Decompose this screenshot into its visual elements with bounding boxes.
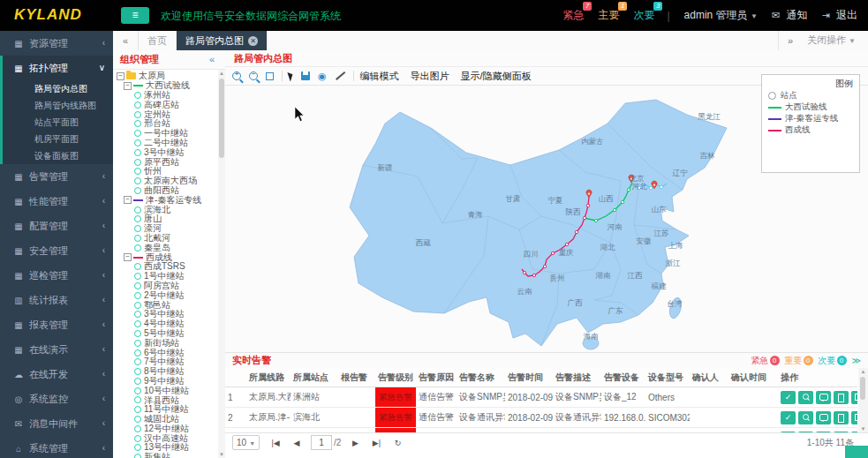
column-header-所属线路[interactable]: 所属线路	[246, 368, 291, 387]
sidebar-item-统计报表[interactable]: ▥统计报表‹	[0, 288, 113, 312]
column-header-告警时间[interactable]: 告警时间	[505, 368, 553, 387]
column-header-根告警[interactable]: 根告警	[338, 368, 375, 387]
pointer-tool-icon[interactable]	[287, 71, 294, 81]
copy-action-button[interactable]	[851, 391, 857, 404]
collapse-node-icon[interactable]: −	[117, 72, 125, 80]
table-row[interactable]: 1太原局.大西涿洲站紧急告警通信告警设备SNMP异2018-02-09 1设备S…	[225, 387, 857, 408]
column-header-index[interactable]	[225, 368, 246, 387]
tab-路局管内总图[interactable]: 路局管内总图✕	[177, 31, 268, 50]
column-header-告警级别[interactable]: 告警级别	[375, 368, 416, 387]
toolbar-button-导出图片[interactable]: 导出图片	[411, 70, 449, 83]
sidebar-item-拓扑管理[interactable]: ▦拓扑管理∨	[3, 56, 113, 80]
sidebar-item-label: 安全管理	[29, 245, 68, 256]
add-node-icon[interactable]: ◉	[318, 71, 327, 81]
tree-node-station-原平西站[interactable]: 原平西站	[115, 157, 217, 167]
column-header-确认时间[interactable]: 确认时间	[728, 368, 778, 387]
collapse-node-icon[interactable]: −	[124, 196, 132, 204]
sidebar-item-消息中间件[interactable]: ✉消息中间件‹	[0, 411, 113, 436]
bubble-action-button[interactable]	[816, 391, 831, 404]
alarm-badge-count: 3	[653, 2, 662, 11]
expand-panel-icon[interactable]: ≫	[852, 356, 861, 365]
mag2-action-button[interactable]	[798, 391, 813, 404]
sidebar-subitem-机房平面图[interactable]: 机房平面图	[3, 131, 113, 147]
province-label-湖南: 湖南	[595, 271, 612, 280]
tree-node-station-唐山[interactable]: 唐山	[115, 214, 217, 224]
scroll-up-icon[interactable]: ▲	[218, 70, 225, 77]
collapse-node-icon[interactable]: −	[124, 82, 132, 90]
toolbar-button-编辑模式[interactable]: 编辑模式	[360, 70, 399, 83]
sidebar-item-资源管理[interactable]: ▦资源管理‹	[0, 31, 113, 56]
copy-action-button[interactable]	[851, 411, 857, 424]
column-header-操作[interactable]: 操作	[778, 368, 857, 387]
fit-view-icon[interactable]	[266, 72, 274, 80]
column-header-所属站点[interactable]: 所属站点	[291, 368, 338, 387]
tab-首页[interactable]: 首页	[139, 31, 177, 50]
doc-action-button[interactable]	[834, 411, 849, 424]
sidebar-item-系统监控[interactable]: ◎系统监控‹	[0, 387, 113, 411]
sidebar-item-配置管理[interactable]: ▦配置管理‹	[0, 214, 113, 238]
alarm-badge-主要[interactable]: 主要1	[598, 8, 619, 23]
check-action-button[interactable]: ✓	[781, 391, 796, 404]
sidebar-item-系统管理[interactable]: ⌂系统管理‹	[0, 436, 113, 458]
sidebar-item-性能管理[interactable]: ▦性能管理‹	[0, 189, 113, 214]
sidebar-subitem-设备面板图[interactable]: 设备面板图	[3, 147, 113, 164]
close-operations-dropdown[interactable]: 关闭操作 ▼	[802, 30, 868, 51]
next-page-button[interactable]: ▶	[348, 439, 362, 447]
tabs-scroll-left-button[interactable]: «	[113, 31, 139, 50]
sidebar-subitem-路局管内线路图[interactable]: 路局管内线路图	[3, 97, 113, 114]
check-action-button[interactable]: ✓	[781, 411, 796, 424]
alarm-badge-次要[interactable]: 次要3	[633, 8, 654, 23]
first-page-button[interactable]: |◀	[268, 439, 283, 447]
user-menu[interactable]: admin 管理员 ▼	[684, 8, 758, 23]
scroll-down-icon[interactable]: ▼	[858, 425, 868, 432]
tree-scrollbar[interactable]: ▲ ▼	[218, 70, 225, 458]
scrollbar-thumb[interactable]	[219, 79, 224, 158]
scroll-down-icon[interactable]: ▼	[218, 451, 225, 458]
zoom-out-icon[interactable]: −	[249, 71, 258, 80]
table-row[interactable]: 2太原局.津-秦滨海北紧急告警通信告警设备通讯异常2018-02-09 1设备通…	[225, 408, 857, 428]
table-scrollbar[interactable]: ▲ ▼	[858, 368, 868, 432]
page-number-input[interactable]	[311, 435, 332, 450]
sidebar-item-在线演示[interactable]: ▦在线演示‹	[0, 337, 113, 362]
sidebar-subitem-路局管内总图[interactable]: 路局管内总图	[3, 80, 113, 97]
tree-node-station-新集站[interactable]: 新集站	[115, 453, 217, 458]
sidebar-item-报表管理[interactable]: ▦报表管理‹	[0, 312, 113, 337]
zoom-in-icon[interactable]: +	[232, 71, 241, 80]
last-page-button[interactable]: ▶|	[369, 439, 383, 447]
sidebar-item-告警管理[interactable]: ▦告警管理‹	[0, 164, 113, 189]
corner-action-button[interactable]	[845, 446, 868, 458]
doc-action-button[interactable]	[834, 391, 849, 404]
legend-line-label: 大西试验线	[785, 101, 827, 113]
sidebar-item-安全管理[interactable]: ▦安全管理‹	[0, 238, 113, 263]
prev-page-button[interactable]: ◀	[290, 439, 304, 447]
scrollbar-thumb[interactable]	[860, 377, 865, 400]
column-header-告警设备[interactable]: 告警设备	[601, 368, 645, 387]
tree-node-station-滨海北[interactable]: 滨海北	[115, 205, 217, 214]
alarm-badge-紧急[interactable]: 紧急7	[562, 8, 584, 23]
toolbar-button-显示/隐藏侧面板[interactable]: 显示/隐藏侧面板	[461, 70, 532, 83]
column-header-确认人[interactable]: 确认人	[690, 368, 728, 387]
page-size-select[interactable]: 10▼	[232, 435, 260, 450]
column-header-设备型号[interactable]: 设备型号	[645, 368, 690, 387]
collapse-node-icon[interactable]: −	[124, 253, 132, 261]
sidebar-item-在线开发[interactable]: ☁在线开发‹	[0, 362, 113, 387]
notice-button[interactable]: ✉ 通知	[772, 8, 808, 23]
scroll-up-icon[interactable]: ▲	[858, 368, 868, 375]
mag2-action-button[interactable]	[798, 411, 813, 424]
refresh-icon[interactable]: ↻	[390, 439, 404, 447]
draw-line-icon[interactable]	[335, 71, 345, 81]
column-header-告警名称[interactable]: 告警名称	[457, 368, 505, 387]
sidebar-item-巡检管理[interactable]: ▦巡检管理‹	[0, 263, 113, 288]
logout-button[interactable]: ⇥ 退出	[821, 8, 857, 23]
save-icon[interactable]	[301, 71, 310, 80]
chevron-icon: ‹	[102, 312, 105, 337]
sidebar-subitem-站点平面图[interactable]: 站点平面图	[3, 114, 113, 131]
tab-close-icon[interactable]: ✕	[248, 36, 258, 46]
hamburger-menu-button[interactable]: ≡	[121, 7, 149, 24]
bubble-action-button[interactable]	[816, 411, 831, 424]
china-map-area[interactable]: 黑龙江吉林辽宁内蒙古新疆甘肃宁夏青海陕西山西北京河北山东河南江苏安徽上海西藏四川…	[225, 86, 868, 352]
column-header-告警原因[interactable]: 告警原因	[416, 368, 457, 387]
collapse-panel-icon[interactable]: «	[209, 50, 215, 69]
tabs-scroll-right-button[interactable]: »	[778, 31, 802, 50]
column-header-告警描述[interactable]: 告警描述	[553, 368, 601, 387]
